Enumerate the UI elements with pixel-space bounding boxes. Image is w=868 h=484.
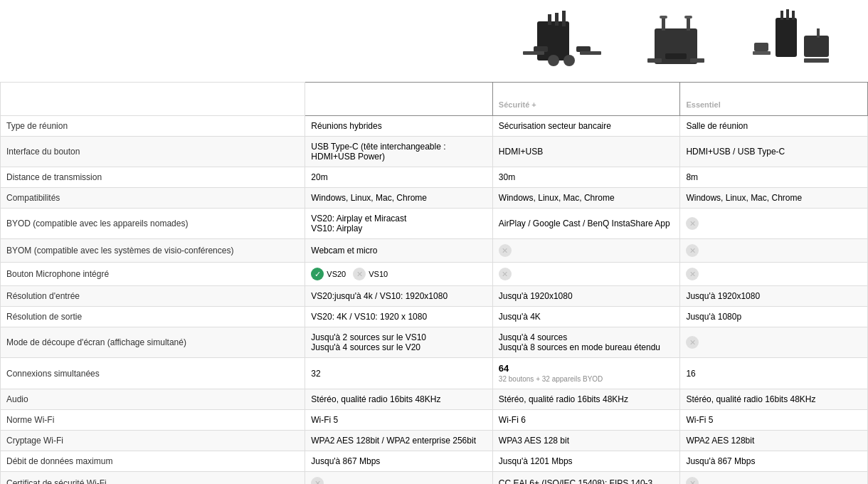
wdc10-cell: Stéréo, qualité radio 16bits 48KHz — [680, 389, 868, 410]
wdc30-cell: Windows, Linux, Mac, Chrome — [492, 188, 680, 209]
vs20-cell: Wi-Fi 5 — [305, 410, 493, 431]
wdc30-connections-detail: 32 boutons + 32 appareils BYOD — [499, 375, 603, 383]
table-row: CompatibilitésWindows, Linux, Mac, Chrom… — [1, 188, 868, 209]
wdc10-cell: Windows, Linux, Mac, Chrome — [680, 188, 868, 209]
feature-label: Distance de transmission — [6, 172, 102, 182]
x-icon: ✕ — [311, 477, 324, 484]
product-image-vs20 — [505, 4, 619, 82]
vs20-cell: ✓ VS20 ✕ VS10 — [305, 263, 493, 286]
svg-rect-18 — [776, 18, 797, 57]
check-icon: ✓ — [311, 268, 324, 280]
wdc10-cell: ✕ — [680, 472, 868, 485]
wdc30-cell: CC EAL6+ (ISO/IEC 15408); FIPS 140-3 — [492, 472, 680, 485]
table-row: Distance de transmission20m30m8m — [1, 167, 868, 188]
page-wrapper: VS20 / VS10 WDC30 Sécurité + WDC10 / WDC… — [0, 0, 868, 484]
wdc10-cell: Jusqu'à 1920x1080 — [680, 286, 868, 307]
feature-label: Bouton Microphone intégré — [6, 269, 109, 279]
wdc30-cell: Stéréo, qualité radio 16bits 48KHz — [492, 389, 680, 410]
feature-header — [1, 83, 305, 116]
table-header-row: VS20 / VS10 WDC30 Sécurité + WDC10 / WDC… — [1, 83, 868, 116]
vs20-cell: Webcam et micro — [305, 239, 493, 263]
svg-rect-20 — [786, 9, 789, 20]
wdc30-connections: 64 — [499, 363, 509, 374]
vs20-cell: USB Type-C (tête interchangeable : HDMI+… — [305, 137, 493, 167]
feature-cell: Résolution de sortie — [1, 307, 305, 327]
feature-label: Type de réunion — [6, 121, 68, 131]
feature-label: Compatibilités — [6, 193, 60, 203]
x-icon: ✕ — [353, 268, 366, 280]
table-row: Résolution de sortieVS20: 4K / VS10: 192… — [1, 307, 868, 327]
feature-label: Cryptage Wi-Fi — [6, 436, 63, 446]
feature-cell: Interface du bouton — [1, 137, 305, 167]
wdc10-cell: HDMI+USB / USB Type-C — [680, 137, 868, 167]
wdc30-cell: ✕ — [492, 263, 680, 286]
table-row: AudioStéréo, qualité radio 16bits 48KHzS… — [1, 389, 868, 410]
svg-point-8 — [548, 55, 559, 66]
vs20-cell: Jusqu'à 2 sources sur le VS10Jusqu'à 4 s… — [305, 327, 493, 358]
wdc30-cell: 30m — [492, 167, 680, 188]
comparison-table: VS20 / VS10 WDC30 Sécurité + WDC10 / WDC… — [0, 82, 868, 484]
wdc10-cell: Jusqu'à 867 Mbps — [680, 451, 868, 472]
wdc30-cell: ✕ — [492, 239, 680, 263]
wdc30-cell: Jusqu'à 4K — [492, 307, 680, 327]
vs20-cell: 20m — [305, 167, 493, 188]
wdc30-subtitle: Sécurité + — [499, 100, 536, 109]
feature-cell: Compatibilités — [1, 188, 305, 209]
vs20-cell: ✕ — [305, 472, 493, 485]
svg-rect-23 — [817, 28, 820, 38]
feature-cell: Audio — [1, 389, 305, 410]
svg-rect-7 — [580, 51, 601, 55]
table-row: Bouton Microphone intégré ✓ VS20 ✕ VS10 … — [1, 263, 868, 286]
wdc30-cell: Jusqu'à 4 sourcesJusqu'à 8 sources en mo… — [492, 327, 680, 358]
vs20-cell: WPA2 AES 128bit / WPA2 enterprise 256bit — [305, 431, 493, 451]
table-row: Débit de données maximumJusqu'à 867 Mbps… — [1, 451, 868, 472]
vs20-label: VS20 — [327, 270, 346, 278]
vs20-check-group: ✓ VS20 — [311, 268, 346, 280]
feature-cell: BYOD (compatible avec les appareils noma… — [1, 209, 305, 239]
wdc10-cell: ✕ — [680, 327, 868, 358]
feature-cell: Débit de données maximum — [1, 451, 305, 472]
product-image-wdc10 — [733, 4, 847, 82]
feature-label: Audio — [6, 394, 28, 404]
wdc10-subtitle: Essentiel — [686, 100, 720, 109]
x-icon: ✕ — [499, 244, 512, 257]
wdc10-header: WDC10 / WDC10C Essentiel — [680, 83, 868, 116]
table-row: Mode de découpe d'écran (affichage simul… — [1, 327, 868, 358]
feature-cell: Bouton Microphone intégré — [1, 263, 305, 286]
wdc30-cell: Sécurisation secteur bancaire — [492, 116, 680, 137]
wdc10-cell: ✕ — [680, 263, 868, 286]
wdc10-cell: ✕ — [680, 209, 868, 239]
feature-cell: Cryptage Wi-Fi — [1, 431, 305, 451]
vs20-cell: Stéréo, qualité radio 16bits 48KHz — [305, 389, 493, 410]
vs20-cell: VS20:jusqu'à 4k / VS10: 1920x1080 — [305, 286, 493, 307]
vs20-cell: VS20: 4K / VS10: 1920 x 1080 — [305, 307, 493, 327]
feature-cell: Connexions simultanées — [1, 358, 305, 389]
x-icon: ✕ — [686, 477, 699, 484]
vs20-cell: Jusqu'à 867 Mbps — [305, 451, 493, 472]
wdc30-cell: WPA3 AES 128 bit — [492, 431, 680, 451]
feature-label: Résolution de sortie — [6, 312, 82, 322]
wdc10-title: WDC10 / WDC10C — [686, 88, 862, 99]
table-row: Cryptage Wi-FiWPA2 AES 128bit / WPA2 ent… — [1, 431, 868, 451]
table-row: Certificat de sécurité Wi-Fi✕CC EAL6+ (I… — [1, 472, 868, 485]
vs20-title: VS20 / VS10 — [311, 94, 364, 105]
feature-cell: BYOM (compatible avec les systèmes de vi… — [1, 239, 305, 263]
table-row: Résolution d'entréeVS20:jusqu'à 4k / VS1… — [1, 286, 868, 307]
wdc10-cell: ✕ — [680, 239, 868, 263]
vs10-label: VS10 — [369, 270, 388, 278]
svg-rect-11 — [662, 18, 665, 31]
wdc10-cell: 8m — [680, 167, 868, 188]
svg-rect-6 — [576, 46, 591, 52]
wdc10-cell: Salle de réunion — [680, 116, 868, 137]
x-icon: ✕ — [499, 268, 512, 280]
svg-rect-24 — [804, 58, 829, 63]
svg-rect-5 — [523, 51, 544, 55]
svg-rect-3 — [562, 11, 566, 26]
x-icon: ✕ — [686, 244, 699, 257]
table-row: Interface du boutonUSB Type-C (tête inte… — [1, 137, 868, 167]
svg-point-9 — [563, 55, 575, 66]
svg-rect-17 — [690, 58, 704, 63]
wdc30-cell: AirPlay / Google Cast / BenQ InstaShare … — [492, 209, 680, 239]
feature-label: BYOD (compatible avec les appareils noma… — [6, 219, 188, 228]
feature-cell: Mode de découpe d'écran (affichage simul… — [1, 327, 305, 358]
